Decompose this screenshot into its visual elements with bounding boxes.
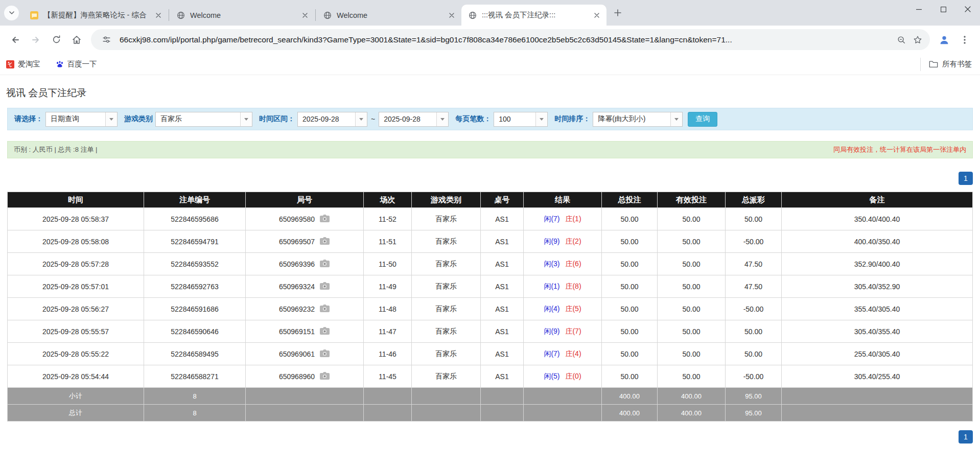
- cell-total-bet[interactable]: 50.00: [602, 208, 658, 230]
- round-id: 650969151: [279, 328, 315, 336]
- col-header-result: 结果: [524, 192, 602, 208]
- col-header-table-no: 桌号: [481, 192, 524, 208]
- tab-forum[interactable]: 【新提醒】海燕策略论坛 - 综合: [23, 5, 168, 26]
- tab-bet-records-active[interactable]: :::视讯 会员下注纪录:::: [461, 5, 606, 26]
- table-row: 2025-09-28 05:55:22 522846589495 6509690…: [8, 343, 973, 365]
- result-player: 闲(3): [544, 260, 559, 268]
- cell-round: 650969580: [246, 208, 364, 230]
- pagination-bottom: 1: [7, 430, 973, 443]
- date-from-select[interactable]: 2025-09-28: [297, 112, 367, 127]
- search-button[interactable]: 查询: [688, 112, 717, 127]
- cell-result: 闲(9) 庄(7): [524, 320, 602, 343]
- cell-total-bet[interactable]: 50.00: [602, 343, 658, 365]
- cell-total-bet[interactable]: 50.00: [602, 320, 658, 343]
- cell-session: 11-47: [364, 320, 412, 343]
- browser-toolbar: 66cxkj98.com/ipl/portal.php/game/betreco…: [0, 26, 980, 54]
- all-bookmarks-button[interactable]: 所有书签: [920, 58, 972, 71]
- cell-time: 2025-09-28 05:55:22: [8, 343, 144, 365]
- bookmark-baidu[interactable]: 百度一下: [56, 59, 97, 69]
- tab-welcome-2[interactable]: Welcome: [316, 5, 461, 26]
- cell-total-bet[interactable]: 50.00: [602, 253, 658, 275]
- window-controls: [906, 0, 980, 18]
- cell-total-bet[interactable]: 50.00: [602, 230, 658, 253]
- cell-round: 650969396: [246, 253, 364, 275]
- back-button[interactable]: [5, 30, 26, 50]
- col-header-bet-id: 注单编号: [144, 192, 246, 208]
- tab-close-icon[interactable]: [299, 10, 311, 21]
- zoom-icon[interactable]: [893, 32, 909, 48]
- date-to-select[interactable]: 2025-09-28: [379, 112, 449, 127]
- refresh-button[interactable]: [46, 30, 66, 50]
- camera-icon[interactable]: [319, 282, 330, 292]
- chevron-down-icon[interactable]: [535, 112, 547, 126]
- camera-icon[interactable]: [319, 326, 330, 337]
- tab-welcome-1[interactable]: Welcome: [170, 5, 315, 26]
- cell-total-bet[interactable]: 50.00: [602, 275, 658, 298]
- url-text[interactable]: 66cxkj98.com/ipl/portal.php/game/betreco…: [120, 35, 888, 44]
- minimize-button[interactable]: [906, 0, 931, 18]
- camera-icon[interactable]: [319, 214, 330, 224]
- cell-payout: 50.00: [726, 343, 782, 365]
- camera-icon[interactable]: [319, 371, 330, 382]
- maximize-button[interactable]: [931, 0, 955, 18]
- chevron-down-icon[interactable]: [240, 112, 252, 126]
- chevron-down-icon[interactable]: [105, 112, 117, 126]
- round-id: 650969232: [279, 305, 315, 313]
- cell-table-no: AS1: [481, 343, 524, 365]
- tab-close-icon[interactable]: [446, 10, 457, 21]
- game-type-label: 游戏类别: [124, 114, 153, 124]
- address-bar[interactable]: 66cxkj98.com/ipl/portal.php/game/betreco…: [91, 29, 930, 50]
- page-1-button[interactable]: 1: [959, 430, 973, 443]
- cell-total-bet[interactable]: 50.00: [602, 365, 658, 388]
- cell-remark: 305.40/255.40: [782, 365, 973, 388]
- cell-total-bet[interactable]: 50.00: [602, 298, 658, 320]
- cell-remark: 305.40/355.40: [782, 320, 973, 343]
- game-type-value: 百家乐: [156, 112, 240, 126]
- cell-game-type: 百家乐: [412, 320, 481, 343]
- camera-icon[interactable]: [319, 349, 330, 359]
- site-info-icon[interactable]: [98, 32, 114, 48]
- new-tab-button[interactable]: [609, 5, 627, 23]
- cell-session: 11-50: [364, 253, 412, 275]
- baidu-icon: [56, 60, 64, 68]
- cell-result: 闲(9) 庄(2): [524, 230, 602, 253]
- tab-close-icon[interactable]: [591, 10, 602, 21]
- date-range-label: 时间区间：: [259, 114, 295, 124]
- game-type-select[interactable]: 百家乐: [155, 112, 252, 127]
- chevron-down-icon[interactable]: [355, 112, 367, 126]
- tab-close-icon[interactable]: [153, 10, 164, 21]
- camera-icon[interactable]: [319, 237, 330, 247]
- cell-payout: 50.00: [726, 320, 782, 343]
- camera-icon[interactable]: [319, 304, 330, 314]
- cell-session: 11-52: [364, 208, 412, 230]
- chevron-down-icon[interactable]: [670, 112, 682, 126]
- menu-icon[interactable]: [954, 30, 975, 50]
- bookmark-taobao[interactable]: 爱淘宝: [6, 59, 40, 69]
- query-type-select[interactable]: 日期查询: [45, 112, 118, 127]
- chevron-down-icon[interactable]: [436, 112, 448, 126]
- sort-select[interactable]: 降幂(由大到小): [593, 112, 683, 127]
- tab-search-button[interactable]: [4, 6, 19, 20]
- bookmark-star-icon[interactable]: [909, 32, 926, 48]
- cell-time: 2025-09-28 05:57:01: [8, 275, 144, 298]
- forward-button[interactable]: [26, 30, 46, 50]
- cell-table-no: AS1: [481, 365, 524, 388]
- page-title: 视讯 会员下注纪录: [6, 86, 980, 100]
- camera-icon[interactable]: [319, 259, 330, 269]
- globe-icon: [468, 11, 477, 19]
- result-banker: 庄(6): [565, 260, 581, 268]
- profile-avatar[interactable]: [934, 30, 954, 50]
- home-button[interactable]: [66, 30, 87, 50]
- cell-table-no: AS1: [481, 320, 524, 343]
- total-count: 8: [144, 405, 246, 422]
- close-button[interactable]: [955, 0, 980, 18]
- table-row: 2025-09-28 05:57:28 522846593552 6509693…: [8, 253, 973, 275]
- cell-round: 650969232: [246, 298, 364, 320]
- cell-payout: 50.00: [726, 208, 782, 230]
- round-id: 650969580: [279, 215, 315, 223]
- round-id: 650969507: [279, 238, 315, 246]
- round-id: 650969324: [279, 283, 315, 291]
- page-1-button[interactable]: 1: [959, 172, 973, 185]
- page-size-input[interactable]: 100: [494, 112, 548, 127]
- taobao-icon: [6, 60, 14, 68]
